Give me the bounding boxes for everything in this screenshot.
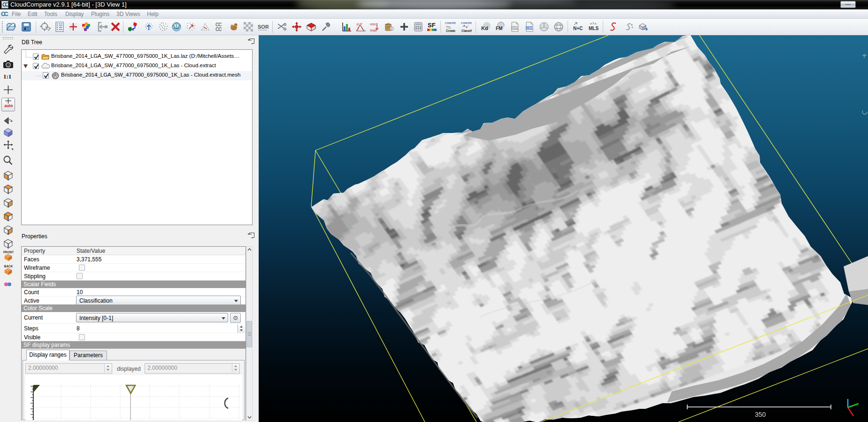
svg-text:MLS: MLS bbox=[589, 26, 599, 31]
svg-text:350: 350 bbox=[755, 411, 766, 418]
svg-text:SF: SF bbox=[428, 22, 436, 29]
svg-text:FRONT: FRONT bbox=[3, 250, 14, 254]
svg-text:SHP: SHP bbox=[512, 26, 518, 30]
svg-text:SOR: SOR bbox=[258, 24, 269, 30]
svg-text:N+C: N+C bbox=[573, 26, 583, 31]
svg-text:CANUPO: CANUPO bbox=[461, 22, 472, 24]
svg-text:Classify: Classify bbox=[461, 29, 472, 32]
svg-text:CSV: CSV bbox=[526, 26, 533, 30]
svg-text:CANUPO: CANUPO bbox=[445, 22, 456, 24]
svg-text:1:1: 1:1 bbox=[3, 73, 11, 80]
svg-text:BACK: BACK bbox=[4, 265, 13, 268]
svg-text:CC: CC bbox=[215, 27, 222, 32]
svg-text:FM: FM bbox=[496, 26, 502, 31]
svg-text:auto: auto bbox=[4, 103, 13, 108]
svg-text:μ,σ: μ,σ bbox=[356, 22, 363, 26]
svg-text:min: min bbox=[370, 22, 376, 26]
svg-text:Kd: Kd bbox=[481, 25, 488, 31]
svg-text:Create: Create bbox=[446, 29, 456, 32]
